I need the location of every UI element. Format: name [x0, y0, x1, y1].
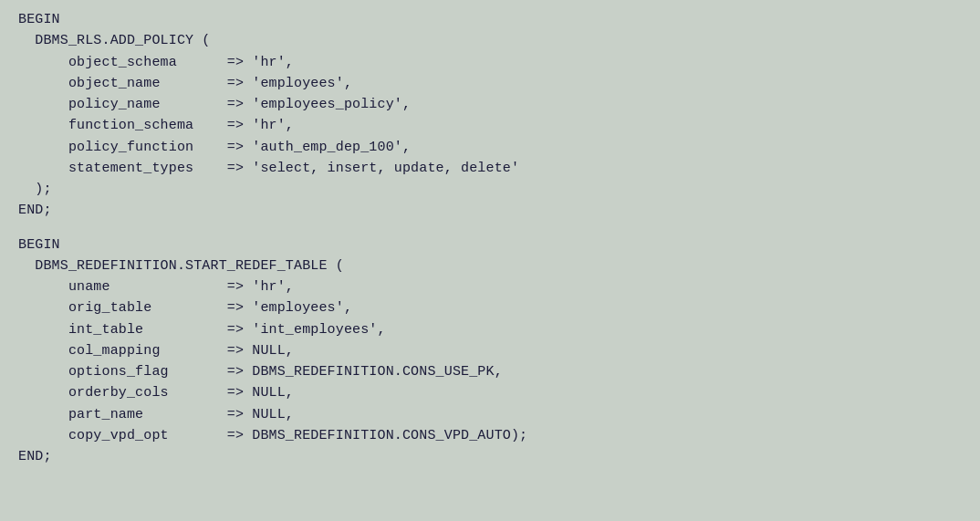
- code-spacer: [18, 222, 962, 234]
- code-block-2: BEGIN DBMS_REDEFINITION.START_REDEF_TABL…: [18, 234, 962, 468]
- code-block-1: BEGIN DBMS_RLS.ADD_POLICY ( object_schem…: [18, 9, 962, 222]
- code-container: BEGIN DBMS_RLS.ADD_POLICY ( object_schem…: [0, 0, 980, 521]
